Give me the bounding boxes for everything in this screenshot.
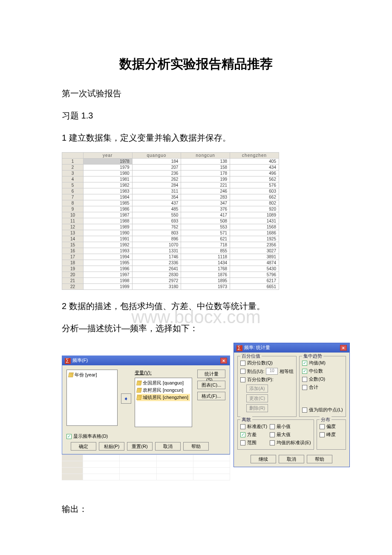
- dialog-frequency-titlebar: 频率(F) ×: [62, 356, 230, 365]
- paragraph-step2b: 分析—描述统计—频率，选择如下：: [62, 321, 330, 336]
- charts-button[interactable]: 图表(C)...: [197, 381, 225, 389]
- checkbox-icon[interactable]: ✓: [240, 377, 245, 382]
- midpoint-checkbox[interactable]: ✓值为组的中点(L): [302, 406, 343, 414]
- paragraph-report-heading: 第一次试验报告: [62, 86, 330, 101]
- scale-icon: [136, 388, 142, 393]
- se-checkbox[interactable]: ✓均值的标准误(E): [270, 439, 311, 447]
- checkbox-icon[interactable]: ✓: [302, 408, 307, 413]
- table-row: 1019875504171089: [62, 212, 279, 218]
- paragraph-exercise: 习题 1.3: [62, 108, 330, 123]
- table-row: 91986485376920: [62, 206, 279, 212]
- kurtosis-checkbox[interactable]: ✓峰度: [320, 431, 343, 439]
- change-button[interactable]: 更改(C): [246, 394, 268, 402]
- spss-data-table: year quanguo nongcun chengzhen 119781841…: [62, 152, 279, 290]
- add-button[interactable]: 添加(A): [246, 384, 268, 393]
- list-item[interactable]: 年份 [year]: [69, 371, 115, 379]
- table-row: 1119886935081431: [62, 218, 279, 224]
- table-row: 41981262199562: [62, 176, 279, 182]
- min-checkbox[interactable]: ✓最小值: [270, 422, 311, 431]
- sum-checkbox[interactable]: ✓合计: [302, 383, 343, 391]
- cutpoints-input[interactable]: 10: [266, 368, 278, 375]
- continue-button[interactable]: 继续: [251, 455, 276, 463]
- mode-checkbox[interactable]: ✓众数(O): [302, 375, 343, 383]
- table-row: 1319908035711686: [62, 230, 279, 236]
- checkbox-icon[interactable]: ✓: [270, 432, 275, 437]
- help-button[interactable]: 帮助: [307, 455, 332, 463]
- mean-checkbox[interactable]: ✓均值(M): [302, 359, 343, 367]
- variance-checkbox[interactable]: ✓方差: [240, 431, 267, 439]
- checkbox-icon[interactable]: ✓: [302, 377, 307, 382]
- dialog-frequency: 频率(F) × 年份 [year] ➧ 变量(V): 全国居民 [quanguo…: [62, 356, 230, 454]
- checkbox-icon[interactable]: ✓: [240, 440, 245, 445]
- table-row: 181995233614344874: [62, 260, 279, 266]
- help-button[interactable]: 帮助: [183, 442, 209, 451]
- checkbox-icon[interactable]: ✓: [240, 369, 245, 374]
- list-item[interactable]: 农村居民 [nongcun]: [137, 387, 190, 394]
- checkbox-icon[interactable]: ✓: [302, 369, 307, 374]
- ok-button[interactable]: 确定: [71, 442, 96, 451]
- dialog-statistics: 频率: 统计量 × 百分位值 ✓四分位数(Q) ✓割点(U):10相等组 ✓百分…: [233, 343, 350, 467]
- checkbox-icon[interactable]: ✓: [270, 440, 275, 445]
- checkbox-icon[interactable]: ✓: [240, 361, 245, 366]
- table-row: 31980236178496: [62, 171, 279, 176]
- range-checkbox[interactable]: ✓范围: [240, 439, 267, 447]
- grid-underlay: [62, 454, 230, 480]
- percentiles-checkbox[interactable]: ✓百分位数(P):: [240, 376, 294, 384]
- page-title: 数据分析实验报告精品推荐: [62, 55, 330, 73]
- cancel-button[interactable]: 取消: [155, 442, 181, 451]
- target-variable-list[interactable]: 全国居民 [quanguo] 农村居民 [nongcun] 城镇居民 [chen…: [135, 378, 192, 427]
- remove-button[interactable]: 删除(R): [246, 404, 268, 412]
- checkbox-icon[interactable]: ✓: [270, 424, 275, 429]
- cutpoints-checkbox[interactable]: ✓割点(U):10相等组: [240, 367, 294, 376]
- table-row: 81985437347802: [62, 200, 279, 206]
- checkbox-icon[interactable]: ✓: [240, 424, 245, 429]
- group-percentile: 百分位值 ✓四分位数(Q) ✓割点(U):10相等组 ✓百分位数(P): 添加(…: [237, 356, 297, 417]
- close-icon[interactable]: ×: [340, 345, 347, 351]
- table-row: 11978184138405: [62, 159, 279, 165]
- statistics-button[interactable]: 统计量(S)...: [197, 370, 225, 378]
- paste-button[interactable]: 粘贴(P): [99, 442, 124, 451]
- group-dispersion: 离散 ✓标准差(T) ✓方差 ✓范围 ✓最小值 ✓最大值 ✓均值的标准误(E): [237, 419, 314, 450]
- skewness-checkbox[interactable]: ✓偏度: [320, 422, 343, 431]
- checkbox-icon[interactable]: ✓: [240, 432, 245, 437]
- table-row: 61983311246603: [62, 188, 279, 194]
- std-checkbox[interactable]: ✓标准差(T): [240, 422, 267, 431]
- table-row: 191996264117685430: [62, 266, 279, 272]
- source-variable-list[interactable]: 年份 [year]: [66, 370, 118, 426]
- close-icon[interactable]: ×: [220, 358, 227, 364]
- move-right-button[interactable]: ➧: [121, 393, 131, 404]
- dialog-frequency-title: 频率(F): [72, 358, 88, 363]
- spss-icon: [65, 358, 71, 364]
- group-distribution: 分布 ✓偏度 ✓峰度: [317, 419, 346, 450]
- table-row: 171994174611183891: [62, 254, 279, 260]
- scale-icon: [136, 395, 142, 400]
- list-item[interactable]: 城镇居民 [chengzhen]: [137, 394, 190, 401]
- list-item[interactable]: 全国居民 [quanguo]: [137, 379, 190, 387]
- table-row: 211998297218956217: [62, 278, 279, 284]
- show-freq-table-row[interactable]: ✓ 显示频率表格(D): [66, 433, 225, 439]
- table-row: 21979207158434: [62, 165, 279, 171]
- variables-label: 变量(V):: [135, 370, 192, 376]
- quartiles-checkbox[interactable]: ✓四分位数(Q): [240, 359, 294, 367]
- reset-button[interactable]: 重置(R): [127, 442, 153, 451]
- table-row: 1219897625531568: [62, 224, 279, 230]
- format-button[interactable]: 格式(F)...: [197, 392, 225, 400]
- max-checkbox[interactable]: ✓最大值: [270, 431, 311, 439]
- table-row: 201997283018765796: [62, 272, 279, 278]
- group-central-tendency: 集中趋势 ✓均值(M) ✓中位数 ✓众数(O) ✓合计 ✓值为组的中点(L): [299, 356, 346, 417]
- show-freq-table-label: 显示频率表格(D): [73, 433, 108, 439]
- checkbox-icon[interactable]: ✓: [302, 361, 307, 366]
- dialog-statistics-titlebar: 频率: 统计量 ×: [234, 343, 349, 353]
- paragraph-step2: 2 数据的描述，包括求均值、方差、中位数等统计量。: [62, 298, 330, 314]
- checkbox-icon[interactable]: ✓: [66, 434, 72, 439]
- table-row: 51982284221576: [62, 182, 279, 188]
- table-row: 221999318019736651: [62, 284, 279, 290]
- checkbox-icon[interactable]: ✓: [320, 424, 325, 429]
- spss-icon: [236, 345, 242, 351]
- checkbox-icon[interactable]: ✓: [302, 385, 307, 390]
- table-row: 71984354283662: [62, 194, 279, 200]
- median-checkbox[interactable]: ✓中位数: [302, 367, 343, 375]
- cancel-button[interactable]: 取消: [279, 455, 304, 463]
- checkbox-icon[interactable]: ✓: [320, 432, 325, 437]
- scale-icon: [136, 381, 142, 385]
